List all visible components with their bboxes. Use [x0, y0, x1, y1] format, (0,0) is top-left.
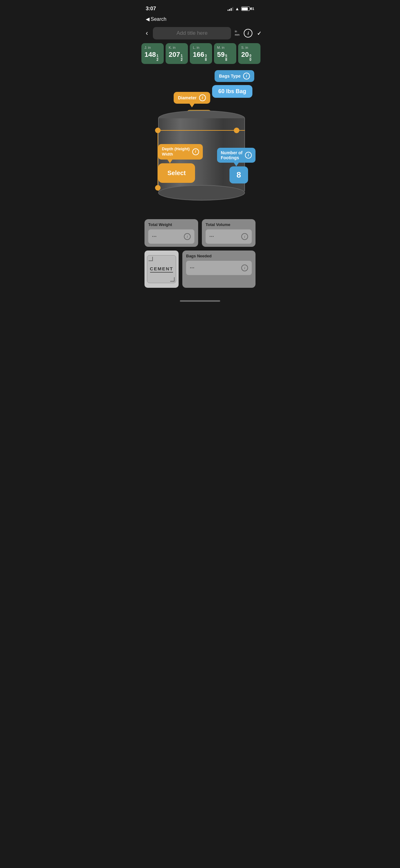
bottom-section: Total Weight ··· i Total Volume ··· i CE… [139, 216, 261, 294]
cement-bag-image: CEMENT [144, 251, 178, 288]
tile-j[interactable]: J. in 14812 [141, 43, 164, 64]
footings-number: 8 [237, 170, 241, 180]
cement-bag-inner: CEMENT [147, 255, 176, 283]
bags-row: CEMENT Bags Needed ··· i [144, 251, 256, 288]
tile-s-label: S. in [241, 45, 257, 49]
total-weight-card: Total Weight ··· i [144, 219, 198, 247]
lbs-bag-bubble[interactable]: 60 lbs Bag [212, 85, 253, 98]
total-volume-label: Total Volume [206, 222, 252, 227]
cement-underline [150, 272, 173, 273]
info-button[interactable]: i [244, 29, 253, 37]
diameter-info-icon[interactable]: i [199, 94, 206, 101]
tile-j-label: J. in [144, 45, 161, 49]
cement-text: CEMENT [150, 266, 173, 271]
corner-tl-icon [148, 257, 153, 261]
home-bar [180, 300, 220, 302]
lbs-bag-text: 60 lbs Bag [218, 88, 246, 94]
total-volume-card: Total Volume ··· i [202, 219, 256, 247]
tile-s[interactable]: S. in 2000 [238, 43, 261, 64]
total-volume-value-container: ··· i [206, 229, 252, 244]
main-area: Bags Type i 60 lbs Bag Diameter i A. ft … [139, 67, 261, 216]
search-back-bar: ◀ Search [139, 15, 261, 25]
tile-l-label: L. in [193, 45, 209, 49]
depth-height-label[interactable]: Depth (Height)Width i [158, 144, 203, 160]
wifi-icon: ▲ [235, 6, 239, 11]
footings-text: Number ofFootings [221, 150, 242, 160]
corner-br-icon [170, 277, 174, 282]
header: ‹ in mm i ✓ [139, 25, 261, 43]
cylinder-bottom [158, 185, 245, 200]
tile-m[interactable]: M. in 5958 [214, 43, 236, 64]
total-volume-info-icon[interactable]: i [241, 233, 248, 240]
header-actions: in mm i ✓ [235, 29, 261, 37]
bags-type-info-icon[interactable]: i [243, 73, 250, 80]
diameter-text: Diameter [178, 95, 197, 100]
ruler-icon[interactable]: in mm [235, 30, 239, 36]
tile-l-value: 16638 [193, 51, 209, 61]
results-row-1: Total Weight ··· i Total Volume ··· i [144, 219, 256, 247]
tiles-row: J. in 14812 K. in 20712 L. in 16638 M. i… [139, 43, 261, 67]
tile-j-value: 14812 [144, 51, 161, 61]
tile-m-value: 5958 [217, 51, 233, 61]
bags-needed-info-icon[interactable]: i [241, 265, 248, 271]
battery-icon: 81 [241, 6, 254, 11]
search-back-button[interactable]: ◀ Search [146, 16, 254, 22]
search-label: Search [151, 17, 167, 22]
depth-info-icon[interactable]: i [192, 148, 199, 155]
bags-needed-value-container: ··· i [186, 261, 252, 275]
bags-needed-value: ··· [190, 265, 194, 271]
select-button[interactable]: Select [158, 163, 195, 183]
tile-k-label: K. in [169, 45, 185, 49]
total-volume-value: ··· [209, 234, 214, 240]
horizontal-measure-line [158, 130, 245, 131]
bags-type-text: Bags Type [219, 73, 241, 79]
status-time: 3:07 [146, 6, 156, 12]
footings-value[interactable]: 8 [229, 166, 248, 183]
footings-label[interactable]: Number ofFootings i [217, 148, 256, 163]
handle-dot-left[interactable] [155, 128, 161, 133]
tile-s-value: 2000 [241, 51, 257, 61]
total-weight-info-icon[interactable]: i [184, 233, 191, 240]
handle-dot-bottom[interactable] [155, 185, 161, 191]
bags-needed-card: Bags Needed ··· i [182, 251, 256, 288]
select-label: Select [167, 169, 186, 176]
bags-needed-label: Bags Needed [186, 254, 252, 258]
title-input[interactable] [153, 27, 231, 39]
tile-k[interactable]: K. in 20712 [166, 43, 188, 64]
total-weight-label: Total Weight [148, 222, 194, 227]
status-bar: 3:07 ▲ 81 [139, 0, 261, 15]
handle-dot-right[interactable] [234, 128, 239, 133]
signal-bars-icon [228, 6, 233, 11]
depth-text: Depth (Height)Width [162, 147, 190, 157]
status-icons: ▲ 81 [228, 6, 254, 11]
total-weight-value-container: ··· i [148, 229, 194, 244]
footings-info-icon[interactable]: i [245, 152, 252, 159]
tile-k-value: 20712 [169, 51, 185, 61]
back-button[interactable]: ‹ [144, 28, 149, 38]
tile-m-label: M. in [217, 45, 233, 49]
total-weight-value: ··· [152, 234, 157, 240]
check-button[interactable]: ✓ [257, 29, 261, 37]
bags-type-label[interactable]: Bags Type i [214, 70, 254, 82]
tile-l[interactable]: L. in 16638 [190, 43, 212, 64]
home-indicator [139, 294, 261, 305]
